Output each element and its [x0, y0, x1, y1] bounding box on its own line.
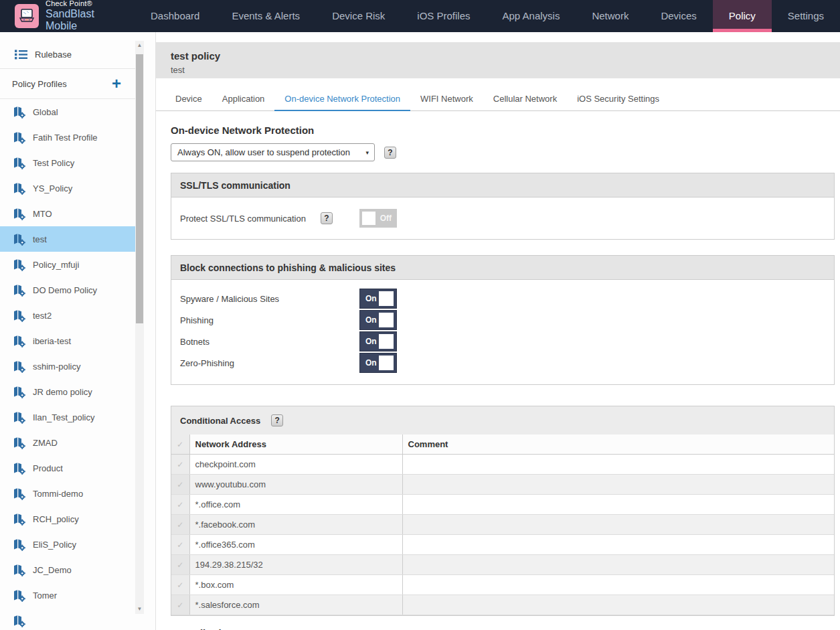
check-icon: ✓	[177, 520, 183, 530]
zero-phishing-toggle[interactable]: On	[359, 353, 397, 373]
sidebar-item-tomer[interactable]: Tomer	[0, 582, 136, 608]
row-checkbox[interactable]: ✓	[171, 474, 189, 494]
row-checkbox[interactable]: ✓	[171, 554, 189, 574]
profile-label: EliS_Policy	[33, 540, 76, 550]
phishing-toggle[interactable]: On	[359, 310, 397, 330]
nav-item-device-risk[interactable]: Device Risk	[316, 0, 401, 32]
policy-profiles-label: Policy Profiles	[12, 79, 67, 89]
tab-application[interactable]: Application	[212, 90, 275, 110]
table-header-row: ✓ Network Address Comment	[171, 435, 834, 454]
profile-label: test2	[33, 311, 52, 321]
nav-item-network[interactable]: Network	[576, 0, 645, 32]
profile-label: sshim-policy	[33, 362, 81, 372]
table-row[interactable]: ✓ *.facebook.com	[171, 514, 834, 534]
check-icon: ✓	[177, 601, 183, 610]
column-comment[interactable]: Comment	[402, 435, 834, 454]
policy-profile-icon	[12, 258, 26, 271]
botnets-toggle[interactable]: On	[359, 331, 397, 351]
sidebar-item-fatih-test-profile[interactable]: Fatih Test Profile	[0, 125, 136, 150]
ssl-protect-toggle[interactable]: Off	[359, 209, 397, 228]
table-row[interactable]: ✓ 194.29.38.215/32	[171, 554, 834, 574]
row-checkbox[interactable]: ✓	[171, 574, 189, 595]
table-row[interactable]: ✓ www.youtubu.com	[171, 474, 834, 494]
network-address-cell: *.office.com	[189, 494, 402, 514]
scroll-up-icon[interactable]: ▲	[135, 41, 144, 50]
tab-ios-security-settings[interactable]: iOS Security Settings	[567, 90, 669, 110]
brand-name: Check Point®	[46, 0, 125, 8]
tab-cellular-network[interactable]: Cellular Network	[483, 90, 567, 110]
nav-item-settings[interactable]: Settings	[772, 0, 840, 32]
sidebar-item-elis-policy[interactable]: EliS_Policy	[0, 532, 136, 557]
row-checkbox[interactable]: ✓	[171, 454, 189, 474]
sidebar-item-zmad[interactable]: ZMAD	[0, 430, 136, 455]
row-checkbox[interactable]: ✓	[171, 514, 189, 534]
policy-profile-icon	[12, 182, 26, 195]
tab-on-device-network-protection[interactable]: On-device Network Protection	[274, 90, 410, 111]
table-row[interactable]: ✓ *.office.com	[171, 494, 834, 514]
scrollbar-track[interactable]	[135, 50, 144, 605]
add-profile-button[interactable]: +	[109, 76, 124, 92]
sidebar-scrollbar[interactable]: ▲ ▼	[135, 41, 144, 614]
network-address-cell: *.office365.com	[189, 534, 402, 554]
rulebase-label: Rulebase	[35, 50, 72, 60]
table-row[interactable]: ✓ *.box.com	[171, 574, 834, 595]
sidebar-item-test-selected[interactable]: test	[0, 226, 136, 252]
nav-item-policy[interactable]: Policy	[713, 0, 772, 32]
network-address-cell: checkpoint.com	[189, 454, 402, 474]
spyware-toggle[interactable]: On	[359, 289, 397, 309]
nav-item-devices[interactable]: Devices	[645, 0, 712, 32]
sidebar-item-jr-demo-policy[interactable]: JR demo policy	[0, 379, 136, 404]
nav-menu: Dashboard Events & Alerts Device Risk iO…	[135, 0, 840, 32]
profile-label: Product	[33, 463, 63, 473]
sidebar-item-test2[interactable]: test2	[0, 303, 136, 328]
network-address-cell: www.youtubu.com	[189, 474, 402, 494]
scrollbar-thumb[interactable]	[136, 54, 143, 323]
network-address-cell: 194.29.38.215/32	[189, 554, 402, 574]
row-checkbox[interactable]: ✓	[171, 494, 189, 514]
select-all-checkbox[interactable]: ✓	[171, 435, 189, 454]
nav-item-dashboard[interactable]: Dashboard	[135, 0, 216, 32]
brand[interactable]: Check Point® SandBlast Mobile	[0, 0, 135, 32]
nav-item-ios-profiles[interactable]: iOS Profiles	[401, 0, 486, 32]
sidebar-item-policy-mfuji[interactable]: Policy_mfuji	[0, 252, 136, 277]
network-address-cell: *.box.com	[189, 574, 402, 595]
conditional-access-table: ✓ Network Address Comment ✓ checkpoint.c…	[171, 435, 834, 615]
sidebar-item-jc-demo[interactable]: JC_Demo	[0, 557, 136, 582]
check-icon: ✓	[177, 440, 183, 449]
sidebar-item-iberia-test[interactable]: iberia-test	[0, 328, 136, 353]
sidebar-item-global[interactable]: Global	[0, 99, 136, 125]
sidebar-item-mto[interactable]: MTO	[0, 201, 136, 226]
ssl-toggle-label: Protect SSL/TLS communication	[180, 214, 321, 224]
table-row[interactable]: ✓ checkpoint.com	[171, 454, 834, 474]
nav-item-app-analysis[interactable]: App Analysis	[487, 0, 576, 32]
sidebar-item-product[interactable]: Product	[0, 455, 136, 481]
nav-item-events-alerts[interactable]: Events & Alerts	[216, 0, 316, 32]
sidebar-item-sshim-policy[interactable]: sshim-policy	[0, 353, 136, 379]
row-checkbox[interactable]: ✓	[171, 595, 189, 615]
sidebar-item-partial[interactable]	[0, 608, 136, 630]
tab-device[interactable]: Device	[165, 90, 212, 110]
protection-mode-select[interactable]: Always ON, allow user to suspend protect…	[171, 143, 375, 161]
policy-profile-icon	[12, 309, 26, 322]
policy-profile-icon	[12, 157, 26, 169]
policy-profile-icon	[12, 615, 26, 627]
sidebar-item-do-demo-policy[interactable]: DO Demo Policy	[0, 277, 136, 303]
sidebar-item-test-policy[interactable]: Test Policy	[0, 150, 136, 175]
help-icon[interactable]: ?	[384, 147, 396, 159]
column-network-address[interactable]: Network Address	[189, 435, 402, 454]
table-row[interactable]: ✓ *.salesforce.com	[171, 595, 834, 615]
sidebar-item-ilan-test-policy[interactable]: Ilan_Test_policy	[0, 404, 136, 430]
help-icon[interactable]: ?	[321, 212, 333, 224]
toggle-knob	[379, 313, 394, 327]
sidebar-item-rulebase[interactable]: Rulebase	[0, 40, 155, 68]
table-row[interactable]: ✓ *.office365.com	[171, 534, 834, 554]
sidebar-item-tommi-demo[interactable]: Tommi-demo	[0, 481, 136, 506]
sidebar-item-ys-policy[interactable]: YS_Policy	[0, 175, 136, 201]
scroll-down-icon[interactable]: ▼	[135, 605, 144, 614]
profile-label: Ilan_Test_policy	[33, 412, 95, 422]
tab-wifi-network[interactable]: WIFI Network	[410, 90, 483, 110]
row-checkbox[interactable]: ✓	[171, 534, 189, 554]
help-icon[interactable]: ?	[271, 414, 283, 426]
sidebar-item-rch-policy[interactable]: RCH_policy	[0, 506, 136, 532]
ssl-section-title: SSL/TLS communication	[171, 173, 834, 198]
